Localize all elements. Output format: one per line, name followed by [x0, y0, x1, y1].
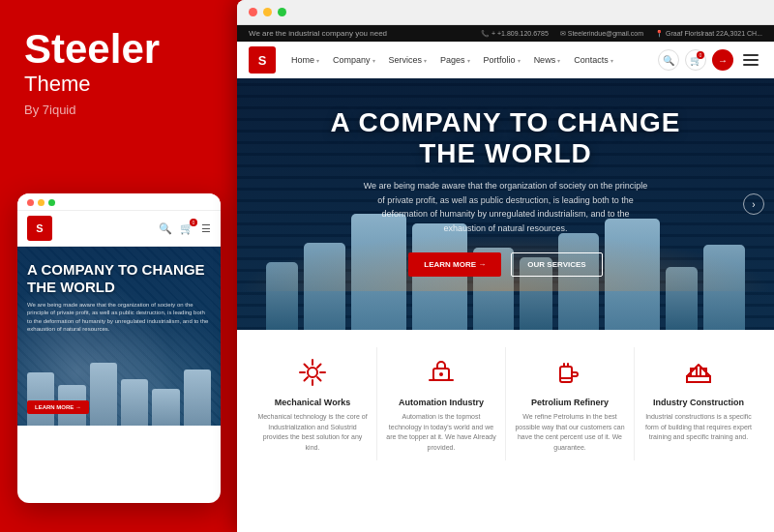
mobile-tank-5 [152, 389, 179, 426]
chevron-down-icon: ▾ [316, 57, 319, 64]
chevron-down-icon: ▾ [518, 57, 521, 64]
service-card-construction: Industry Construction Industrial constru… [635, 347, 762, 460]
brand-subtitle: Theme [24, 72, 213, 97]
topbar-phone: 📞 + +1.809.120.6785 [481, 30, 549, 38]
brand-title: Steeler [24, 29, 213, 70]
hamburger-line [743, 64, 759, 66]
site-hero: A COMPANY TO CHANGE THE WORLD We are bei… [237, 78, 774, 330]
mobile-hero-text: A COMPANY TO CHANGE THE WORLD We are bei… [27, 261, 211, 334]
site-logo[interactable]: S [249, 46, 276, 74]
service-card-petrolium: Petrolium Refinery We refine Petrolums i… [506, 347, 635, 460]
chevron-down-icon: ▾ [467, 57, 470, 64]
email-icon: ✉ [560, 30, 568, 37]
nav-item-services[interactable]: Services ▾ [383, 52, 433, 68]
petrolium-icon [552, 355, 587, 390]
mobile-hero-tanks [17, 358, 221, 426]
automation-icon [424, 355, 459, 390]
browser-window: We are the industrial company you need 📞… [237, 0, 774, 532]
mobile-tank-3 [90, 363, 117, 426]
hero-subtitle: We are being made aware that the organiz… [342, 179, 670, 235]
our-services-button[interactable]: OUR SERVICES [511, 252, 602, 277]
service-title-petrolium: Petrolium Refinery [514, 398, 626, 407]
service-desc-construction: Industrial constructions is a specific f… [642, 412, 755, 443]
topbar-address: 📍 Graaf Florislraat 22A,3021 CH... [655, 30, 762, 38]
mobile-dot-green[interactable] [48, 199, 55, 206]
hero-content: A COMPANY TO CHANGE THE WORLD We are bei… [237, 107, 774, 277]
mobile-hero-title: A COMPANY TO CHANGE THE WORLD [27, 261, 211, 296]
mobile-logo: S [27, 216, 52, 241]
chevron-down-icon: ▾ [557, 57, 560, 64]
hamburger-line [743, 59, 759, 61]
site-topbar: We are the industrial company you need 📞… [237, 25, 774, 42]
mobile-dot-red[interactable] [27, 199, 34, 206]
site-nav: S Home ▾ Company ▾ Services ▾ Pages ▾ Po… [237, 42, 774, 78]
browser-dot-red[interactable] [249, 8, 257, 16]
svg-point-0 [308, 368, 317, 377]
svg-rect-3 [560, 367, 572, 382]
phone-icon: 📞 [481, 30, 491, 37]
cart-button[interactable]: 🛒 0 [685, 49, 706, 71]
service-card-automation: Automation Industry Automation is the to… [377, 347, 506, 460]
site-tagline: We are the industrial company you need [249, 29, 387, 38]
hero-title: A COMPANY TO CHANGE THE WORLD [237, 107, 774, 169]
mobile-dot-yellow[interactable] [38, 199, 45, 206]
hero-buttons: LEARN MORE → OUR SERVICES [237, 252, 774, 277]
mobile-top-bar [17, 193, 221, 211]
nav-item-contacts[interactable]: Contacts ▾ [568, 52, 619, 68]
service-desc-mechanical: Mechanical technology is the core of Ind… [256, 412, 369, 453]
svg-point-2 [439, 372, 443, 376]
service-title-construction: Industry Construction [642, 398, 755, 407]
service-title-mechanical: Mechanical Works [256, 398, 369, 407]
action-button[interactable]: → [712, 49, 733, 71]
service-desc-petrolium: We refine Petrolums in the best possible… [514, 412, 626, 453]
mobile-nav-bar: S 🔍 🛒 0 ☰ [17, 211, 221, 247]
browser-dot-yellow[interactable] [263, 8, 272, 16]
hamburger-menu[interactable] [739, 50, 762, 70]
nav-item-pages[interactable]: Pages ▾ [434, 52, 476, 68]
browser-dot-green[interactable] [278, 8, 286, 16]
browser-chrome [237, 0, 774, 25]
search-button[interactable]: 🔍 [658, 49, 679, 71]
brand-by: By 7iquid [24, 103, 213, 117]
mobile-hero: A COMPANY TO CHANGE THE WORLD We are bei… [17, 247, 221, 426]
left-panel: Steeler Theme By 7iquid S 🔍 🛒 0 ☰ [0, 0, 237, 532]
mobile-hero-desc: We are being made aware that the organiz… [27, 301, 211, 334]
location-icon: 📍 [655, 30, 666, 37]
mobile-nav-icons: 🔍 🛒 0 ☰ [159, 222, 211, 235]
service-card-mechanical: Mechanical Works Mechanical technology i… [249, 347, 377, 460]
hero-next-arrow[interactable]: › [743, 193, 764, 215]
mechanical-icon [295, 355, 330, 390]
construction-icon [681, 355, 716, 390]
mobile-tank-1 [27, 372, 54, 426]
chevron-down-icon: ▾ [610, 57, 613, 64]
mobile-tank-6 [184, 369, 211, 426]
services-section: Mechanical Works Mechanical technology i… [237, 330, 774, 470]
chevron-down-icon: ▾ [424, 57, 427, 64]
mobile-preview: S 🔍 🛒 0 ☰ A COMPANY TO CHANGE [17, 193, 221, 503]
nav-item-home[interactable]: Home ▾ [285, 52, 325, 68]
site-topbar-right: 📞 + +1.809.120.6785 ✉ Steelerindue@gmail… [481, 30, 762, 38]
mobile-cart-icon[interactable]: 🛒 0 [180, 222, 194, 235]
nav-item-portfolio[interactable]: Portfolio ▾ [478, 52, 526, 68]
site-nav-items: Home ▾ Company ▾ Services ▾ Pages ▾ Port… [285, 52, 658, 68]
nav-item-company[interactable]: Company ▾ [327, 52, 381, 68]
learn-more-button[interactable]: LEARN MORE → [408, 252, 501, 277]
mobile-window-dots [27, 199, 55, 206]
mobile-menu-icon[interactable]: ☰ [201, 222, 211, 235]
mobile-learn-btn[interactable]: LEARN MORE → [27, 400, 89, 414]
site-nav-icons: 🔍 🛒 0 → [658, 49, 762, 71]
mobile-search-icon[interactable]: 🔍 [159, 222, 172, 235]
topbar-email: ✉ Steelerindue@gmail.com [560, 30, 643, 38]
mobile-tank-4 [121, 379, 148, 426]
chevron-down-icon: ▾ [372, 57, 375, 64]
hamburger-line [743, 54, 759, 56]
service-desc-automation: Automation is the topmost technology in … [385, 412, 497, 453]
nav-item-news[interactable]: News ▾ [528, 52, 567, 68]
service-title-automation: Automation Industry [385, 398, 497, 407]
